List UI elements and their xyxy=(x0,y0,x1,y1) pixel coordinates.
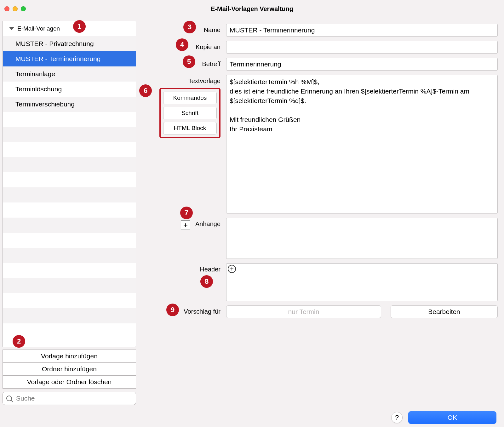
sidebar: E-Mail-VorlagenMUSTER - PrivatrechnungMU… xyxy=(0,18,139,408)
close-window-icon[interactable] xyxy=(4,6,9,11)
header-list[interactable]: + xyxy=(226,263,498,301)
commands-button[interactable]: Kommandos xyxy=(163,92,217,104)
search-input[interactable] xyxy=(3,392,136,405)
template-tree: E-Mail-VorlagenMUSTER - PrivatrechnungMU… xyxy=(3,21,136,347)
tree-row xyxy=(3,248,136,263)
footer: ? OK xyxy=(0,408,504,427)
html-block-button[interactable]: HTML Block xyxy=(163,122,217,134)
add-folder-button[interactable]: Ordner hinzufügen xyxy=(3,362,136,376)
tree-row xyxy=(3,112,136,127)
tree-row xyxy=(3,263,136,278)
template-item[interactable]: Terminanlage xyxy=(3,66,136,82)
suggest-label: Vorschlag für 9 xyxy=(148,305,220,318)
template-item[interactable]: MUSTER - Privatrechnung xyxy=(3,36,136,51)
tree-row xyxy=(3,127,136,142)
main-pane: Name 3 Kopie an 4 Betreff 5 Textvorlage … xyxy=(139,18,504,408)
cc-label: Kopie an 4 xyxy=(148,41,220,54)
tree-row xyxy=(3,308,136,323)
tree-root-label: E-Mail-Vorlagen xyxy=(17,21,60,36)
add-template-button[interactable]: Vorlage hinzufügen xyxy=(3,350,136,363)
text-tool-buttons: Kommandos Schrift HTML Block xyxy=(159,88,220,138)
callout-badge: 9 xyxy=(166,304,179,316)
callout-badge: 3 xyxy=(183,21,196,33)
template-item[interactable]: MUSTER - Terminerinnerung xyxy=(3,51,136,66)
tree-row xyxy=(3,142,136,157)
edit-button[interactable]: Bearbeiten xyxy=(391,305,498,318)
callout-badge: 4 xyxy=(176,38,188,51)
help-button[interactable]: ? xyxy=(391,412,403,423)
subject-input[interactable] xyxy=(226,58,498,71)
add-header-button[interactable]: + xyxy=(228,265,236,273)
chevron-down-icon[interactable] xyxy=(9,27,14,30)
name-input[interactable] xyxy=(226,24,498,37)
subject-label: Betreff 5 xyxy=(148,58,220,71)
tree-row xyxy=(3,157,136,172)
tree-row xyxy=(3,293,136,308)
name-label: Name 3 xyxy=(148,24,220,37)
tree-row xyxy=(3,202,136,218)
text-tools-column: Textvorlage 6 Kommandos Schrift HTML Blo… xyxy=(148,75,220,214)
ok-button[interactable]: OK xyxy=(408,411,496,424)
titlebar: E-Mail-Vorlagen Verwaltung xyxy=(0,0,504,18)
window-title: E-Mail-Vorlagen Verwaltung xyxy=(0,5,504,13)
tree-row xyxy=(3,233,136,248)
tree-row xyxy=(3,187,136,202)
zoom-window-icon[interactable] xyxy=(21,6,26,11)
suggest-value: nur Termin xyxy=(226,305,381,318)
callout-badge: 6 xyxy=(139,84,152,97)
cc-input[interactable] xyxy=(226,41,498,54)
tree-row xyxy=(3,172,136,187)
search-icon xyxy=(6,396,12,401)
font-button[interactable]: Schrift xyxy=(163,107,217,119)
delete-button[interactable]: Vorlage oder Ordner löschen xyxy=(3,375,136,389)
callout-badge: 5 xyxy=(183,55,195,68)
minimize-window-icon[interactable] xyxy=(13,6,18,11)
add-attachment-button[interactable]: + xyxy=(181,220,190,230)
header-label: Header 8 xyxy=(148,263,220,301)
attachments-list[interactable] xyxy=(226,218,498,259)
callout-badge: 8 xyxy=(200,275,213,288)
text-template-input[interactable]: $[selektierterTermin %h %M]$, dies ist e… xyxy=(226,75,498,214)
tree-row[interactable]: E-Mail-Vorlagen xyxy=(3,21,136,36)
attachments-label: 7 + Anhänge xyxy=(148,218,220,259)
tree-row xyxy=(3,218,136,233)
template-item[interactable]: Terminverschiebung xyxy=(3,97,136,112)
template-item[interactable]: Terminlöschung xyxy=(3,82,136,97)
tree-row xyxy=(3,278,136,293)
